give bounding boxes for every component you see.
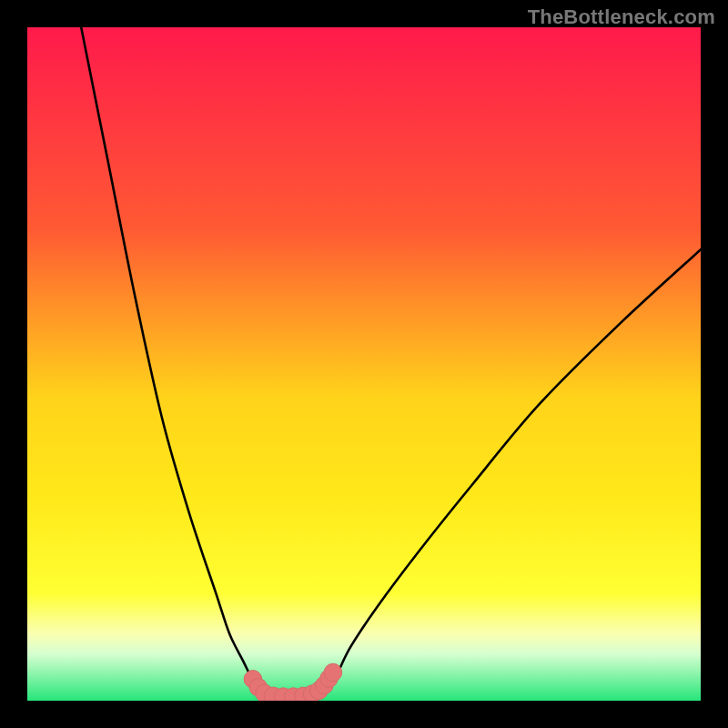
chart-frame: TheBottleneck.com — [0, 0, 728, 728]
valley-marker — [324, 663, 342, 682]
watermark-text: TheBottleneck.com — [528, 5, 715, 29]
gradient-background — [27, 27, 701, 701]
plot-area — [27, 27, 701, 701]
bottleneck-chart — [27, 27, 701, 701]
